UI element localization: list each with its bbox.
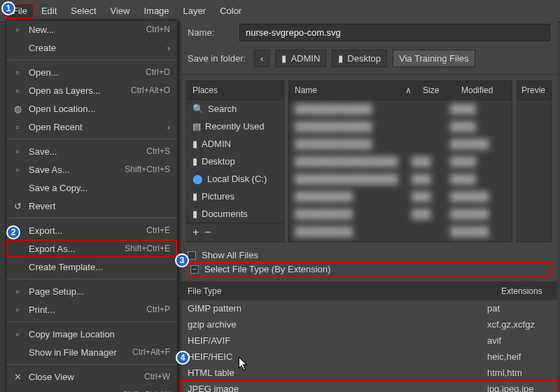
file-type-table: File Type Extensions GIMP patternpat gzi… [181,281,557,392]
file-row[interactable]: ███████████████████████ [289,153,512,170]
page-setup-icon: ▫ [12,286,23,297]
filename-input[interactable] [239,24,550,41]
menu-item-export[interactable]: Export...Ctrl+E [6,221,177,239]
menu-item-copy-image-location[interactable]: ▫Copy Image Location [6,325,177,343]
filename-row: Name: [181,20,557,46]
col-size-header[interactable]: Size [417,81,456,99]
chevron-right-icon: › [167,122,170,132]
breadcrumb-desktop[interactable]: ▮Desktop [332,50,387,67]
callout-1: 1 [1,1,15,15]
folder-icon: ▮ [192,191,197,202]
menu-image[interactable]: Image [136,3,176,19]
menu-item-revert[interactable]: ↺Revert [6,197,177,215]
globe-icon: ◍ [12,103,23,114]
filetype-row-gzip[interactable]: gzip archivexcf.gz,xcfgz [181,316,557,332]
menu-item-open-recent[interactable]: ▫Open Recent› [6,118,177,136]
menu-item-save-copy[interactable]: Save a Copy... [6,178,177,197]
menu-select[interactable]: Select [64,3,103,19]
preview-panel: Previe [517,80,552,242]
menu-item-open-as-layers[interactable]: ▫Open as Layers...Ctrl+Alt+O [6,81,177,99]
copy-icon: ▫ [12,328,23,340]
save-in-folder-row: Save in folder: ‹ ▮ADMIN ▮Desktop Via Tr… [181,46,557,75]
menu-item-create-template[interactable]: Create Template... [6,258,177,276]
name-label: Name: [188,27,230,38]
menu-item-show-in-file-manager[interactable]: Show in File ManagerCtrl+Alt+F [6,343,177,361]
menu-item-save[interactable]: ▫Save...Ctrl+S [6,142,177,160]
file-row[interactable]: ████████████████ [289,118,512,135]
menu-item-open[interactable]: ▫Open...Ctrl+O [6,63,177,81]
save-in-folder-label: Save in folder: [188,53,246,64]
file-row[interactable]: ██████████████████ [289,135,512,153]
place-search[interactable]: 🔍Search [187,100,284,118]
close-icon: ✕ [12,371,23,382]
folder-icon: ▮ [192,209,197,219]
chevron-left-icon: ‹ [260,53,263,64]
select-file-type-toggle[interactable]: − Select File Type (By Extension) [188,262,550,276]
file-row[interactable]: ███████████████ [289,223,512,240]
filetype-col-header[interactable]: File Type [181,282,494,300]
menu-item-save-as[interactable]: ▫Save As...Shift+Ctrl+S [6,160,177,178]
options-area: Show All Files − Select File Type (By Ex… [181,242,557,279]
menu-colors[interactable]: Color [213,3,248,19]
folder-icon: ▮ [281,53,286,64]
menu-item-print[interactable]: ▫Print...Ctrl+P [6,300,177,318]
filetype-row-heif-avif[interactable]: HEIF/AVIFavif [181,332,557,349]
sort-asc-icon: ∧ [405,85,412,95]
filetype-row-jpeg[interactable]: JPEG imagejpg,jpeg,jpe [181,381,557,392]
folder-icon: ▮ [192,156,197,167]
places-panel: Places 🔍Search ▤Recently Used ▮ADMIN ▮De… [186,80,284,242]
save-icon: ▫ [12,146,23,157]
search-icon: 🔍 [192,104,204,114]
remove-place-button[interactable]: − [204,226,211,239]
files-header: Name∧ Size Modified [289,81,512,100]
show-all-files-toggle[interactable]: Show All Files [188,248,550,262]
filetype-row-html[interactable]: HTML tablehtml,htm [181,365,557,381]
file-row[interactable]: ███████████████████████ [289,170,512,188]
extensions-col-header[interactable]: Extensions [494,282,557,300]
place-pictures[interactable]: ▮Pictures [187,188,284,205]
files-panel: Name∧ Size Modified ████████████████ ███… [288,80,512,242]
menu-item-new[interactable]: ▫New...Ctrl+N [6,20,177,38]
menu-item-create[interactable]: Create› [6,38,177,57]
file-browser: Places 🔍Search ▤Recently Used ▮ADMIN ▮De… [181,75,557,242]
place-documents[interactable]: ▮Documents [187,205,284,223]
menu-item-open-location[interactable]: ◍Open Location... [6,99,177,118]
layers-icon: ▫ [12,85,23,96]
print-icon: ▫ [12,304,23,315]
menu-item-page-setup[interactable]: ▫Page Setup... [6,282,177,300]
col-name-header[interactable]: Name∧ [289,81,417,99]
file-row[interactable]: ██████████████████ [289,205,512,223]
breadcrumb-back[interactable]: ‹ [254,50,270,67]
file-menu-dropdown: ▫New...Ctrl+N Create› ▫Open...Ctrl+O ▫Op… [6,20,178,392]
callout-2: 2 [6,225,20,239]
menu-view[interactable]: View [104,3,137,19]
new-icon: ▫ [12,24,23,35]
col-modified-header[interactable]: Modified [456,81,512,99]
preview-header: Previe [517,81,551,100]
place-admin[interactable]: ▮ADMIN [187,135,284,153]
filetype-row-heif-heic[interactable]: HEIF/HEICheic,heif [181,349,557,365]
place-desktop[interactable]: ▮Desktop [187,153,284,170]
add-place-button[interactable]: + [192,226,199,239]
breadcrumb-admin[interactable]: ▮ADMIN [275,50,326,67]
menu-edit[interactable]: Edit [34,3,64,19]
folder-open-icon: ▫ [12,66,23,78]
places-header: Places [187,81,284,100]
menu-layer[interactable]: Layer [176,3,214,19]
drive-icon: ⬤ [192,174,203,184]
breadcrumb-current[interactable]: Via Training Files [393,50,475,67]
filetype-row-gimp-pattern[interactable]: GIMP patternpat [181,300,557,316]
menu-item-close-view[interactable]: ✕Close ViewCtrl+W [6,368,177,386]
revert-icon: ↺ [12,200,23,211]
save-as-icon: ▫ [12,164,23,175]
expand-icon [188,251,196,260]
collapse-icon: − [190,265,199,274]
export-dialog: Name: Save in folder: ‹ ▮ADMIN ▮Desktop … [181,20,557,392]
place-recent[interactable]: ▤Recently Used [187,118,284,135]
place-local-disk[interactable]: ⬤Local Disk (C:) [187,170,284,188]
menu-item-export-as[interactable]: Export As...Shift+Ctrl+E [6,239,177,258]
file-row[interactable]: ██████████████████ [289,188,512,205]
menu-item-close-all[interactable]: ✕Close AllShift+Ctrl+W [6,386,177,392]
file-row[interactable]: ████████████████ [289,100,512,118]
recent-icon: ▤ [192,121,201,132]
